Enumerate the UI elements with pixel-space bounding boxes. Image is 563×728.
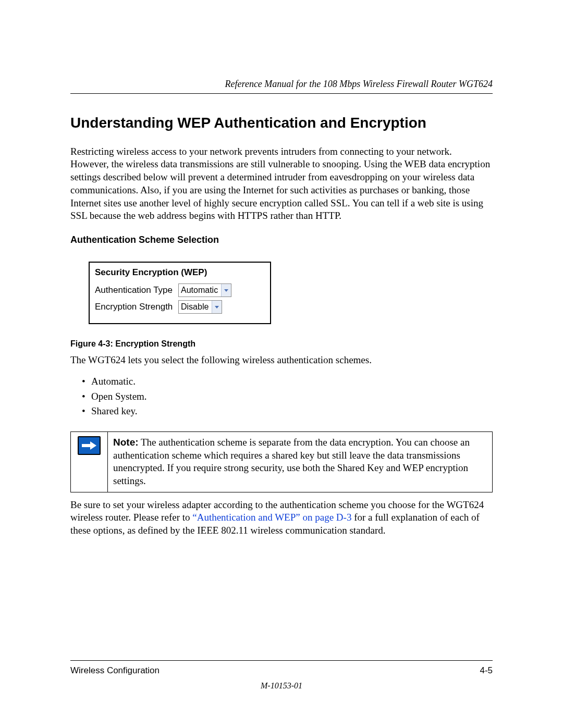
chevron-down-icon [221,284,231,297]
wep-box-title: Security Encryption (WEP) [95,267,265,278]
auth-type-value: Automatic [179,284,221,297]
note-text-cell: Note: The authentication scheme is separ… [108,431,493,492]
note-icon-cell [71,431,108,492]
list-item: Automatic. [82,375,493,388]
encryption-strength-label: Encryption Strength [95,301,178,313]
subsection-heading: Authentication Scheme Selection [70,234,493,246]
auth-type-label: Authentication Type [95,285,178,296]
encryption-strength-dropdown[interactable]: Disable [178,300,222,314]
list-item: Shared key. [82,405,493,418]
encryption-strength-row: Encryption Strength Disable [95,300,265,314]
note-label: Note: [113,437,139,448]
encryption-strength-value: Disable [179,301,212,313]
intro-paragraph: Restricting wireless access to your netw… [70,145,493,223]
schemes-list: Automatic. Open System. Shared key. [82,375,493,418]
chevron-down-icon [212,301,222,313]
page-footer: Wireless Configuration 4-5 M-10153-01 [70,660,493,692]
footer-doc-number: M-10153-01 [70,681,493,692]
footer-section-name: Wireless Configuration [70,665,160,676]
closing-paragraph: Be sure to set your wireless adapter acc… [70,499,493,537]
running-header: Reference Manual for the 108 Mbps Wirele… [70,78,493,94]
auth-type-dropdown[interactable]: Automatic [178,283,231,297]
list-item: Open System. [82,390,493,403]
section-title: Understanding WEP Authentication and Enc… [70,114,493,132]
arrow-right-icon [78,436,101,455]
note-callout: Note: The authentication scheme is separ… [70,431,493,492]
figure-caption: Figure 4-3: Encryption Strength [70,339,493,350]
svg-rect-0 [82,444,90,447]
cross-reference-link[interactable]: “Authentication and WEP” on page D-3 [192,512,351,523]
svg-marker-1 [90,441,96,450]
note-body: The authentication scheme is separate fr… [113,437,470,486]
schemes-lead: The WGT624 lets you select the following… [70,354,493,367]
auth-type-row: Authentication Type Automatic [95,283,265,297]
wep-settings-box: Security Encryption (WEP) Authentication… [89,262,271,324]
footer-page-number: 4-5 [480,665,493,676]
